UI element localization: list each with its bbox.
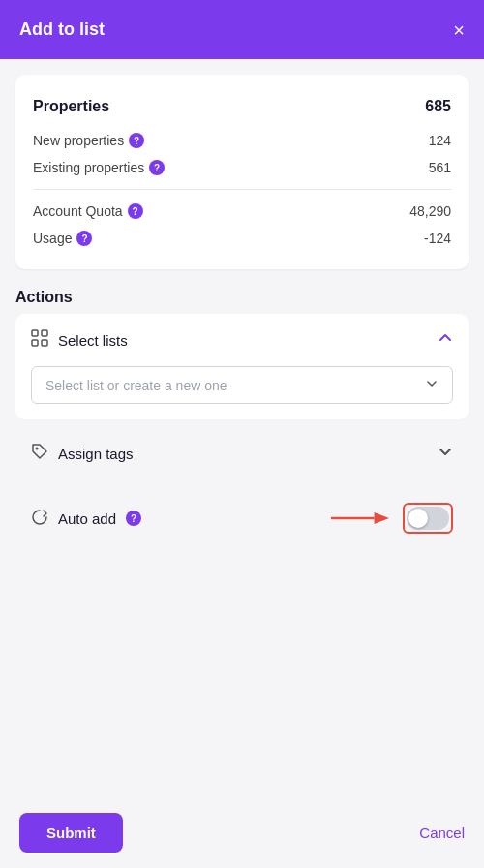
auto-add-icon bbox=[31, 509, 48, 529]
select-lists-body: Select list or create a new one bbox=[15, 366, 469, 419]
account-quota-value: 48,290 bbox=[409, 203, 451, 219]
account-quota-row: Account Quota ? 48,290 bbox=[33, 198, 451, 225]
assign-tags-accordion: Assign tags bbox=[15, 427, 469, 480]
close-button[interactable]: × bbox=[453, 20, 465, 40]
auto-add-label: Auto add bbox=[58, 511, 116, 527]
red-arrow-indicator bbox=[331, 507, 389, 530]
usage-value: -124 bbox=[424, 231, 451, 246]
select-lists-accordion: Select lists Select list or create a new… bbox=[15, 314, 469, 419]
select-list-placeholder: Select list or create a new one bbox=[45, 378, 227, 393]
usage-row: Usage ? -124 bbox=[33, 225, 451, 252]
assign-tags-header-left: Assign tags bbox=[31, 443, 134, 464]
svg-rect-3 bbox=[42, 340, 47, 346]
existing-properties-value: 561 bbox=[429, 160, 451, 175]
modal-body: Properties 685 New properties ? 124 Exis… bbox=[0, 59, 484, 797]
existing-properties-row: Existing properties ? 561 bbox=[33, 154, 451, 181]
properties-label: Properties bbox=[33, 98, 109, 115]
new-properties-value: 124 bbox=[429, 133, 451, 148]
auto-add-left: Auto add ? bbox=[31, 509, 141, 529]
assign-tags-label: Assign tags bbox=[58, 446, 134, 462]
auto-add-toggle[interactable] bbox=[407, 507, 449, 530]
properties-header-row: Properties 685 bbox=[33, 92, 451, 125]
cancel-button[interactable]: Cancel bbox=[419, 824, 465, 841]
svg-rect-2 bbox=[32, 340, 38, 346]
modal-header: Add to list × bbox=[0, 0, 484, 59]
select-list-dropdown[interactable]: Select list or create a new one bbox=[31, 366, 453, 404]
auto-add-row: Auto add ? bbox=[15, 487, 469, 549]
usage-help-icon[interactable]: ? bbox=[76, 231, 92, 246]
dropdown-chevron-icon bbox=[425, 377, 439, 393]
existing-properties-label: Existing properties ? bbox=[33, 160, 165, 175]
select-lists-chevron-up-icon bbox=[438, 330, 453, 350]
properties-total: 685 bbox=[425, 98, 451, 115]
svg-rect-1 bbox=[42, 330, 47, 336]
new-properties-row: New properties ? 124 bbox=[33, 127, 451, 154]
account-quota-help-icon[interactable]: ? bbox=[128, 203, 143, 219]
tag-icon bbox=[31, 443, 48, 464]
auto-add-help-icon[interactable]: ? bbox=[126, 511, 141, 526]
modal-title: Add to list bbox=[19, 19, 105, 40]
assign-tags-header[interactable]: Assign tags bbox=[15, 427, 469, 480]
modal: Add to list × Properties 685 New propert… bbox=[0, 0, 484, 868]
modal-footer: Submit Cancel bbox=[0, 797, 484, 868]
properties-card: Properties 685 New properties ? 124 Exis… bbox=[15, 75, 469, 269]
svg-point-4 bbox=[36, 448, 39, 450]
grid-icon bbox=[31, 329, 48, 351]
new-properties-label: New properties ? bbox=[33, 133, 144, 148]
select-lists-header[interactable]: Select lists bbox=[15, 314, 469, 366]
new-properties-help-icon[interactable]: ? bbox=[129, 133, 144, 148]
svg-marker-6 bbox=[375, 512, 389, 524]
existing-properties-help-icon[interactable]: ? bbox=[149, 160, 165, 175]
select-lists-header-left: Select lists bbox=[31, 329, 128, 351]
auto-add-right bbox=[331, 503, 453, 534]
toggle-thumb bbox=[408, 509, 428, 528]
usage-label: Usage ? bbox=[33, 231, 92, 246]
select-lists-label: Select lists bbox=[58, 332, 128, 349]
auto-add-toggle-wrapper bbox=[403, 503, 453, 534]
account-quota-label: Account Quota ? bbox=[33, 203, 143, 219]
assign-tags-chevron-down-icon bbox=[438, 444, 453, 463]
actions-title: Actions bbox=[15, 289, 469, 306]
auto-add-section: Auto add ? bbox=[15, 487, 469, 549]
submit-button[interactable]: Submit bbox=[19, 813, 123, 852]
card-divider bbox=[33, 189, 451, 190]
svg-rect-0 bbox=[32, 330, 38, 336]
